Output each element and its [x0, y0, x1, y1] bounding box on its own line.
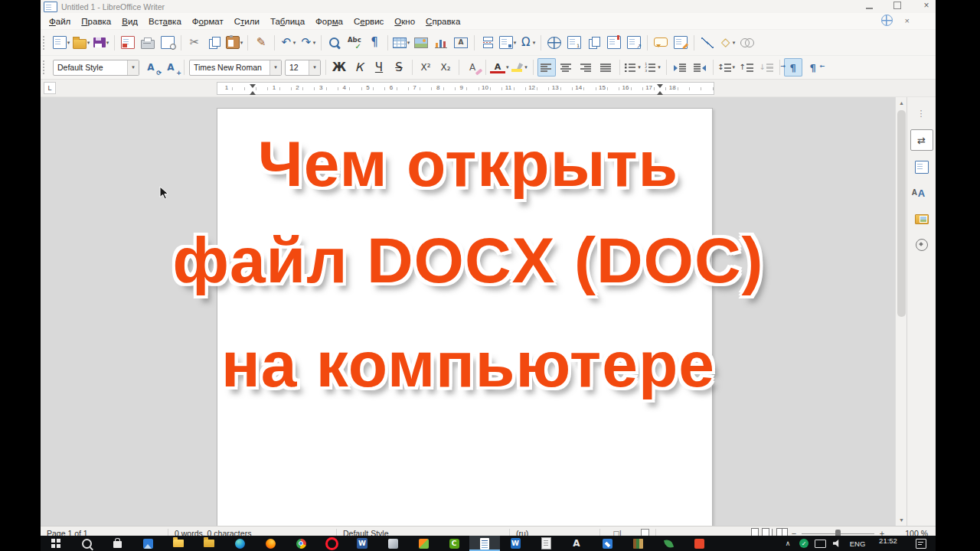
- clone-formatting-button[interactable]: ✎: [252, 34, 270, 52]
- export-pdf-button[interactable]: [119, 34, 137, 52]
- sidebar-page[interactable]: [911, 157, 933, 177]
- menu-item-Формат[interactable]: Формат: [187, 15, 229, 28]
- print-preview-button[interactable]: [158, 34, 177, 52]
- basic-shapes-button[interactable]: ◇▾: [718, 34, 737, 52]
- scrollbar-thumb[interactable]: [897, 110, 906, 317]
- decrease-paragraph-spacing-button[interactable]: ↓: [757, 58, 776, 77]
- strikethrough-button[interactable]: Ѕ: [390, 58, 408, 77]
- taskbar-chrome-browser[interactable]: [286, 536, 316, 551]
- subscript-button[interactable]: X₂: [436, 58, 455, 77]
- insert-footnote-button[interactable]: [565, 34, 583, 52]
- taskbar-photos-app[interactable]: [132, 536, 163, 551]
- underline-button[interactable]: Ч: [370, 58, 388, 77]
- scroll-down-arrow-icon[interactable]: ▼: [896, 514, 907, 526]
- increase-indent-button[interactable]: [671, 58, 689, 77]
- highlight-color-button[interactable]: ▾: [511, 58, 529, 77]
- undo-button[interactable]: ↶▾: [279, 34, 297, 52]
- taskbar-app-blue-tile[interactable]: [592, 536, 622, 551]
- increase-paragraph-spacing-button[interactable]: ↑: [737, 58, 756, 77]
- taskbar-word[interactable]: W: [347, 536, 377, 551]
- taskbar-app-red-tile[interactable]: [684, 536, 714, 551]
- sidebar-navigator[interactable]: [911, 235, 933, 255]
- clear-formatting-button[interactable]: A: [463, 58, 482, 77]
- right-indent-marker[interactable]: [657, 84, 663, 91]
- horizontal-ruler[interactable]: 1123456789101112131415161718: [217, 82, 714, 95]
- vertical-scrollbar[interactable]: ▲ ▼: [895, 97, 907, 526]
- right-to-left-button[interactable]: ¶: [804, 58, 822, 77]
- minimize-button[interactable]: [866, 2, 873, 9]
- formatting-marks-button[interactable]: ¶: [365, 34, 384, 52]
- line-spacing-button[interactable]: ↕▾: [717, 58, 736, 77]
- taskbar-firefox-browser[interactable]: [255, 536, 286, 551]
- insert-special-character-button[interactable]: Ω▾: [518, 34, 537, 52]
- copy-button[interactable]: [205, 34, 224, 52]
- insert-comment-button[interactable]: [652, 34, 670, 52]
- insert-line-button[interactable]: [698, 34, 717, 52]
- menu-item-Сервис[interactable]: Сервис: [348, 15, 389, 28]
- redo-button[interactable]: ↷▾: [299, 34, 317, 52]
- taskbar-start[interactable]: [41, 536, 71, 551]
- insert-cross-reference-button[interactable]: [625, 34, 643, 52]
- superscript-button[interactable]: X²: [416, 58, 435, 77]
- taskbar-search[interactable]: [71, 536, 102, 551]
- paste-button[interactable]: ▾: [225, 34, 243, 52]
- numbered-list-button[interactable]: ▾: [644, 58, 662, 77]
- insert-endnote-button[interactable]: [585, 34, 603, 52]
- insert-image-button[interactable]: [412, 34, 430, 52]
- update-style-button[interactable]: A⟳: [142, 58, 160, 77]
- restore-button[interactable]: [893, 2, 901, 9]
- justify-button[interactable]: [597, 58, 616, 77]
- taskbar-opera-browser[interactable]: [316, 536, 347, 551]
- left-to-right-button[interactable]: ¶: [784, 58, 802, 77]
- sidebar-styles[interactable]: A: [911, 183, 933, 203]
- insert-textbox-button[interactable]: [452, 34, 470, 52]
- print-button[interactable]: [139, 34, 157, 52]
- taskbar-app-green-c[interactable]: C: [439, 536, 469, 551]
- menu-item-Файл[interactable]: Файл: [44, 15, 76, 28]
- cut-button[interactable]: ✂: [185, 34, 204, 52]
- taskbar-app-orange-green[interactable]: [408, 536, 439, 551]
- find-and-replace-button[interactable]: [325, 34, 344, 52]
- sidebar-settings[interactable]: ⋮: [911, 103, 933, 123]
- taskbar-app-compass[interactable]: A: [561, 536, 592, 551]
- toolbar-grip[interactable]: [43, 36, 49, 50]
- help-globe-icon[interactable]: [881, 15, 893, 26]
- insert-page-break-button[interactable]: [479, 34, 497, 52]
- keyboard-language[interactable]: ENG: [845, 536, 870, 551]
- menu-item-Таблица[interactable]: Таблица: [265, 15, 310, 28]
- menu-item-Правка[interactable]: Правка: [76, 15, 116, 28]
- taskbar-folder[interactable]: [194, 536, 224, 551]
- taskbar-app-library[interactable]: [622, 536, 653, 551]
- taskbar-writer-document[interactable]: W: [500, 536, 531, 551]
- open-button[interactable]: ▾: [72, 34, 90, 52]
- insert-bookmark-button[interactable]: [605, 34, 623, 52]
- network-display-icon[interactable]: [812, 536, 828, 551]
- insert-hyperlink-button[interactable]: [545, 34, 564, 52]
- taskbar-libreoffice-writer[interactable]: [469, 536, 500, 551]
- menu-item-Окно[interactable]: Окно: [389, 15, 420, 28]
- security-shield-icon[interactable]: ✓: [796, 536, 812, 551]
- left-indent-marker[interactable]: [250, 84, 256, 91]
- menu-item-Форма[interactable]: Форма: [310, 15, 348, 28]
- taskbar-app-green-leaf[interactable]: [653, 536, 684, 551]
- close-button[interactable]: ×: [922, 1, 931, 10]
- font-size-combobox[interactable]: 12▾: [285, 60, 321, 76]
- decrease-indent-button[interactable]: [691, 58, 709, 77]
- taskbar-file-explorer[interactable]: [163, 536, 194, 551]
- notification-center-icon[interactable]: [906, 536, 936, 551]
- font-color-button[interactable]: A▾: [490, 58, 509, 77]
- taskbar-app-document[interactable]: [531, 536, 561, 551]
- spelling-button[interactable]: [345, 34, 364, 52]
- clock[interactable]: 21:52: [870, 535, 906, 551]
- italic-button[interactable]: К: [350, 58, 368, 77]
- taskbar-edge-browser[interactable]: [224, 536, 255, 551]
- paragraph-style-combobox[interactable]: Default Style▾: [53, 60, 139, 76]
- insert-chart-button[interactable]: [432, 34, 450, 52]
- sidebar-gallery[interactable]: [911, 209, 933, 229]
- close-document-button[interactable]: ×: [905, 16, 910, 25]
- track-changes-button[interactable]: [671, 34, 690, 52]
- tab-type-selector[interactable]: L: [44, 82, 56, 94]
- taskbar-app-silver[interactable]: [377, 536, 408, 551]
- scroll-up-arrow-icon[interactable]: ▲: [896, 97, 907, 109]
- document-page[interactable]: [217, 108, 713, 526]
